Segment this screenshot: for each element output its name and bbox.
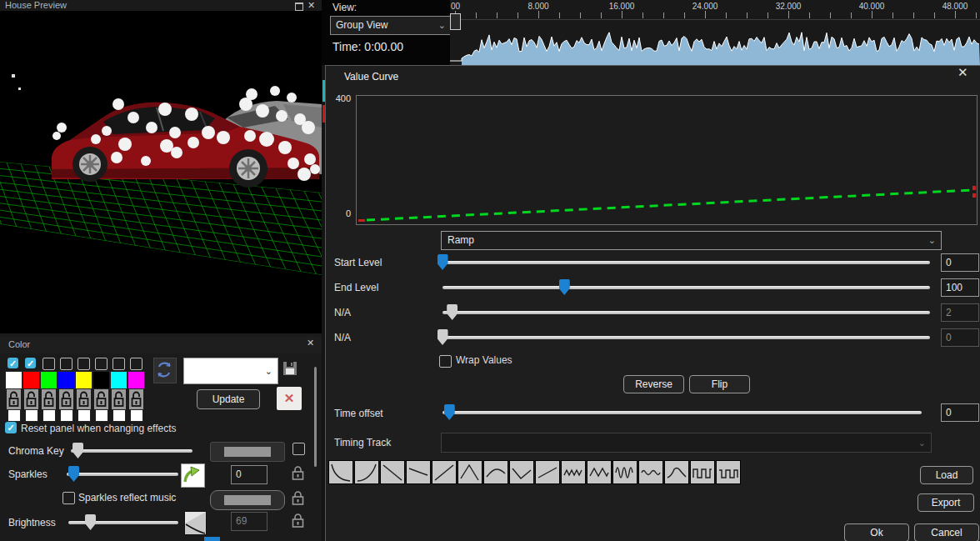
curve-preset-decay[interactable] [328,460,353,484]
color-swatch-3[interactable] [40,371,58,389]
swatch-mini-box[interactable] [60,409,73,422]
chroma-key-slider[interactable] [71,449,192,453]
timeline-marker[interactable] [450,13,461,30]
flip-button[interactable]: Flip [689,375,750,393]
view-dropdown[interactable]: Group View ⌄ [330,16,452,35]
color-swatch-5[interactable] [75,371,92,389]
palette-checkbox-3[interactable] [42,358,55,370]
slider-thumb[interactable] [447,304,458,320]
slider-thumb[interactable] [559,279,570,295]
color-swatch-2[interactable] [22,371,40,389]
timing-track-dropdown[interactable]: ⌄ [441,433,932,453]
curve-preset-line-up[interactable] [432,460,457,484]
close-icon[interactable]: ✕ [307,338,314,347]
curve-preset-zigzag[interactable] [587,460,612,484]
audio-timeline[interactable]: 00 8.00016.00024.00032.00040.00048.000 [450,0,980,65]
swatch-mini-box[interactable] [130,409,143,422]
color-swatch-7[interactable] [110,371,128,389]
unlock-icon[interactable] [59,389,73,409]
close-icon[interactable]: ✕ [308,1,315,9]
brightness-slider[interactable] [68,521,178,524]
wrap-values-checkbox[interactable] [439,355,452,368]
curve-preset-line-down[interactable] [380,460,405,484]
slider-thumb[interactable] [438,254,448,270]
n-a-slider[interactable] [442,311,930,314]
sparkles-reflect-checkbox[interactable] [62,492,75,504]
palette-checkbox-4[interactable] [60,358,72,370]
ok-button[interactable]: Ok [844,523,909,541]
curve-preset-ripple[interactable] [638,460,663,484]
load-button[interactable]: Load [920,466,973,484]
sparkles-slider[interactable] [67,473,178,476]
curve-type-dropdown[interactable]: Ramp ⌄ [441,231,942,250]
color-swatch-1[interactable] [5,371,22,389]
palette-dropdown[interactable]: ⌄ [183,358,278,384]
time-offset-value[interactable]: 0 [941,403,979,422]
update-button[interactable]: Update [197,389,260,409]
palette-checkbox-1[interactable]: ✓ [8,358,18,368]
scrollbar[interactable] [314,367,317,467]
chroma-key-thumb[interactable] [72,443,83,458]
maximize-icon[interactable] [295,3,303,11]
unlock-icon[interactable] [112,389,126,409]
cancel-button[interactable]: Cancel [914,523,979,541]
time-offset-thumb[interactable] [444,404,455,420]
save-palette-icon[interactable] [282,360,298,377]
palette-checkbox-8[interactable] [130,358,142,370]
curve-preset-line-down-shallow[interactable] [406,460,431,484]
start-level-slider[interactable] [442,261,930,264]
chroma-key-color-button[interactable] [210,442,285,462]
slider-value-box[interactable]: 0 [941,253,979,272]
sparkles-value-curve-button[interactable] [181,463,205,488]
curve-preset-bump[interactable] [483,460,508,484]
chroma-key-checkbox[interactable] [292,443,305,455]
curve-preset-valley[interactable] [509,460,534,484]
curve-preset-line-up-slight[interactable] [535,460,560,484]
unlock-icon[interactable] [7,389,21,409]
brightness-thumb[interactable] [85,514,96,530]
sparkles-thumb[interactable] [68,466,79,482]
lock-icon[interactable] [292,466,304,480]
curve-preset-sine-tall[interactable] [612,460,638,484]
curve-preset-hump[interactable] [664,460,689,484]
reset-panel-checkbox[interactable]: ✓ [5,422,17,433]
swatch-mini-box[interactable] [42,409,56,422]
unlock-icon[interactable] [42,389,56,409]
shuffle-colors-button[interactable] [153,358,177,383]
value-curve-graph[interactable] [356,95,978,225]
swatch-mini-box[interactable] [25,409,38,422]
unlock-icon[interactable] [94,389,108,409]
palette-checkbox-6[interactable] [95,358,108,370]
slider-thumb[interactable] [438,329,448,345]
n-a-slider[interactable] [442,336,930,339]
unlock-icon[interactable] [129,389,143,409]
color-swatch-6[interactable] [92,371,110,389]
close-icon[interactable]: ✕ [958,68,968,77]
reverse-button[interactable]: Reverse [623,375,684,393]
house-preview-3d-scene[interactable] [0,11,322,333]
lock-icon[interactable] [292,491,304,505]
unlock-icon[interactable] [77,389,91,409]
slider-value-box[interactable]: 100 [941,278,979,297]
color-panel-header[interactable]: Color ✕ [0,337,322,353]
unlock-icon[interactable] [24,389,38,409]
swatch-mini-box[interactable] [78,409,91,422]
swatch-mini-box[interactable] [95,409,108,422]
swatch-mini-box[interactable] [8,409,21,422]
color-swatch-8[interactable] [128,371,145,389]
time-offset-slider[interactable] [442,411,922,414]
palette-checkbox-7[interactable] [112,358,125,370]
lock-icon[interactable] [292,513,304,528]
end-level-slider[interactable] [442,286,930,289]
swatch-mini-box[interactable] [112,409,126,422]
house-preview-titlebar[interactable]: House Preview ✕ [0,0,322,11]
export-button[interactable]: Export [918,493,974,512]
curve-preset-square-wave[interactable] [690,460,715,484]
color-swatch-4[interactable] [58,371,75,389]
curve-preset-rise[interactable] [354,460,379,484]
brightness-value-curve-button[interactable] [184,511,207,535]
sparkles-color-button[interactable] [210,490,285,510]
sparkles-value[interactable]: 0 [231,465,268,484]
curve-preset-square-wave-alt[interactable] [716,460,741,484]
palette-checkbox-5[interactable] [78,358,90,370]
